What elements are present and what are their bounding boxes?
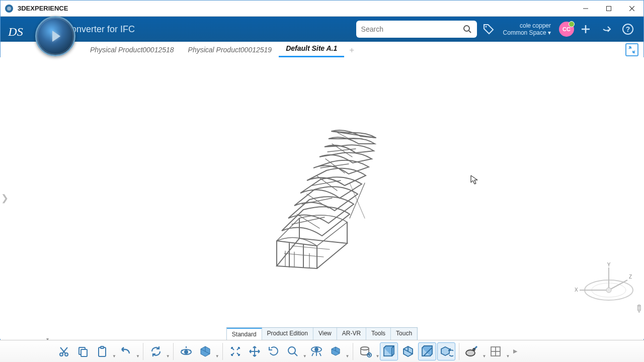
rowtab-ar-vr[interactable]: AR-VR bbox=[337, 328, 366, 340]
zoom-dropdown[interactable]: ▼ bbox=[303, 354, 307, 362]
appearance-dropdown[interactable]: ▼ bbox=[482, 354, 486, 362]
svg-point-6 bbox=[464, 26, 469, 31]
window-titlebar: 3DEXPERIENCE bbox=[1, 1, 643, 17]
window-title: 3DEXPERIENCE bbox=[18, 5, 68, 12]
svg-line-42 bbox=[609, 280, 627, 290]
cube-view2-button[interactable] bbox=[399, 342, 417, 360]
action-bar-tabs: Standard Product Edition View AR-VR Tool… bbox=[226, 327, 418, 340]
view-mode-button[interactable] bbox=[327, 342, 345, 360]
model-3d bbox=[264, 118, 380, 279]
svg-text:Z: Z bbox=[629, 274, 632, 280]
look-at-button[interactable] bbox=[307, 342, 326, 360]
svg-point-56 bbox=[185, 350, 188, 353]
svg-point-67 bbox=[473, 348, 475, 350]
svg-line-34 bbox=[292, 246, 330, 249]
tab-product-19[interactable]: Physical Product00012519 bbox=[181, 43, 279, 57]
rowtab-tools[interactable]: Tools bbox=[366, 328, 391, 340]
close-button[interactable] bbox=[620, 1, 643, 17]
app-icon bbox=[5, 4, 14, 13]
appearance-button[interactable] bbox=[463, 342, 481, 360]
tab-product-18[interactable]: Physical Product00012518 bbox=[83, 43, 181, 57]
add-tab-button[interactable]: + bbox=[344, 43, 359, 57]
fit-all-button[interactable] bbox=[196, 342, 214, 360]
svg-text:Y: Y bbox=[607, 262, 611, 267]
svg-line-22 bbox=[307, 194, 329, 208]
copy-button[interactable] bbox=[74, 342, 92, 360]
undo-dropdown[interactable]: ▼ bbox=[136, 354, 140, 362]
rowtab-product-edition[interactable]: Product Edition bbox=[262, 328, 313, 340]
side-panel-toggle[interactable]: ❯ bbox=[1, 193, 9, 204]
help-icon[interactable]: ? bbox=[618, 20, 637, 39]
recenter-button[interactable] bbox=[226, 342, 245, 360]
pan-button[interactable] bbox=[246, 342, 264, 360]
rotate-button[interactable] bbox=[265, 342, 283, 360]
rowtab-standard[interactable]: Standard bbox=[227, 328, 262, 340]
tab-default-site[interactable]: Default Site A.1 bbox=[279, 41, 344, 57]
tag-icon[interactable] bbox=[479, 20, 498, 39]
ds-logo[interactable]: DS bbox=[5, 21, 26, 42]
viewmode-dropdown[interactable]: ▼ bbox=[346, 354, 350, 362]
app-title: Converter for IFC bbox=[65, 24, 135, 35]
svg-point-1 bbox=[7, 7, 11, 11]
paste-dropdown[interactable]: ▼ bbox=[112, 354, 116, 362]
collapse-panel-button[interactable] bbox=[625, 43, 638, 56]
paste-button[interactable] bbox=[93, 342, 111, 360]
search-input[interactable] bbox=[361, 25, 463, 33]
update-dropdown[interactable]: ▼ bbox=[166, 354, 170, 362]
play-icon bbox=[52, 31, 60, 42]
viewport-3d[interactable]: ❯ bbox=[0, 57, 644, 339]
search-icon[interactable] bbox=[463, 25, 472, 34]
document-tabs: Physical Product00012518 Physical Produc… bbox=[1, 42, 643, 58]
undo-button[interactable] bbox=[117, 342, 135, 360]
update-button[interactable] bbox=[147, 342, 165, 360]
minimize-button[interactable] bbox=[574, 1, 597, 17]
bottom-toolbar: ▼ ▼ ▼ ▼ ▼ ▼ ▼ ▼ ▼ ▶ bbox=[0, 340, 644, 362]
cursor-icon bbox=[470, 175, 478, 185]
svg-point-57 bbox=[288, 347, 295, 354]
header-bar: Converter for IFC cole copper Common Spa… bbox=[1, 17, 643, 42]
svg-text:X: X bbox=[575, 287, 578, 293]
cube-view3-button[interactable] bbox=[418, 342, 436, 360]
cut-button[interactable] bbox=[55, 342, 73, 360]
svg-line-58 bbox=[294, 353, 297, 356]
rowtab-touch[interactable]: Touch bbox=[391, 328, 417, 340]
svg-point-43 bbox=[606, 288, 611, 293]
database-dropdown[interactable]: ▼ bbox=[376, 354, 380, 362]
svg-rect-52 bbox=[81, 349, 87, 356]
svg-rect-3 bbox=[607, 6, 611, 11]
svg-rect-54 bbox=[101, 346, 104, 348]
avatar[interactable]: CC bbox=[559, 22, 574, 37]
add-icon[interactable] bbox=[576, 20, 595, 39]
compass-dial[interactable] bbox=[35, 16, 75, 56]
grid-button[interactable] bbox=[487, 342, 505, 360]
chevron-down-icon: ▾ bbox=[548, 29, 551, 36]
cube-view1-button[interactable] bbox=[380, 342, 398, 360]
refocus-button[interactable] bbox=[177, 342, 195, 360]
share-icon[interactable] bbox=[597, 20, 616, 39]
zoom-button[interactable] bbox=[284, 342, 302, 360]
rowtab-view[interactable]: View bbox=[313, 328, 337, 340]
workspace-name: Common Space bbox=[503, 29, 546, 36]
fit-dropdown[interactable]: ▼ bbox=[215, 354, 219, 362]
cube-reset-button[interactable] bbox=[437, 342, 455, 360]
svg-point-8 bbox=[485, 26, 487, 28]
svg-point-61 bbox=[361, 347, 369, 350]
view-compass[interactable]: Y X Z bbox=[570, 262, 635, 308]
database-button[interactable] bbox=[357, 342, 375, 360]
svg-point-60 bbox=[315, 348, 318, 351]
svg-text:?: ? bbox=[626, 25, 630, 33]
maximize-button[interactable] bbox=[597, 1, 620, 17]
search-box[interactable] bbox=[356, 21, 477, 38]
user-info[interactable]: cole copper Common Space ▾ bbox=[503, 22, 551, 36]
svg-line-7 bbox=[469, 31, 471, 33]
grid-dropdown[interactable]: ▼ bbox=[506, 354, 510, 362]
toolbar-more[interactable]: ▶ bbox=[510, 342, 520, 360]
user-name: cole copper bbox=[503, 22, 551, 29]
